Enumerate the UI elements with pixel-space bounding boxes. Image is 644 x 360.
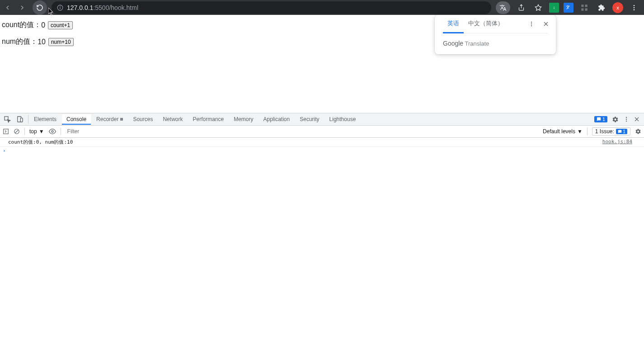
console-context-select[interactable]: top ▼ bbox=[29, 128, 44, 135]
devtools-close-icon[interactable] bbox=[634, 117, 639, 122]
extension-download-icon[interactable]: ↓ bbox=[549, 3, 559, 13]
console-filter-input[interactable] bbox=[66, 127, 538, 136]
svg-rect-7 bbox=[581, 8, 583, 10]
profile-avatar[interactable]: x bbox=[612, 2, 623, 13]
svg-point-20 bbox=[626, 117, 627, 118]
devtools-panel: Elements Console Recorder Sources Networ… bbox=[0, 113, 644, 360]
console-clear-icon[interactable] bbox=[14, 128, 20, 135]
translate-tab-english[interactable]: 英语 bbox=[443, 15, 464, 33]
back-button[interactable] bbox=[4, 4, 12, 12]
svg-point-9 bbox=[634, 5, 635, 6]
devtools-message-badge[interactable]: 1 bbox=[594, 116, 607, 122]
translate-close-icon[interactable] bbox=[540, 18, 552, 30]
devtools-inspect-group bbox=[3, 115, 28, 124]
tab-security[interactable]: Security bbox=[295, 114, 324, 124]
translate-menu-icon[interactable] bbox=[525, 18, 538, 30]
svg-rect-8 bbox=[585, 8, 588, 10]
console-prompt[interactable]: › bbox=[0, 147, 644, 154]
translate-popup: 英语 中文（简体） Google Translate bbox=[435, 15, 556, 54]
svg-rect-19 bbox=[20, 118, 23, 122]
devtools-settings-icon[interactable] bbox=[612, 116, 619, 123]
tab-recorder[interactable]: Recorder bbox=[92, 114, 127, 124]
translate-brand: Google Translate bbox=[443, 40, 489, 47]
svg-point-2 bbox=[60, 6, 61, 6]
svg-point-21 bbox=[626, 119, 627, 120]
console-settings-icon[interactable] bbox=[635, 128, 641, 135]
tab-application[interactable]: Application bbox=[259, 114, 295, 124]
svg-rect-5 bbox=[581, 5, 583, 7]
tab-performance[interactable]: Performance bbox=[188, 114, 228, 124]
count-increment-button[interactable]: count+1 bbox=[48, 21, 73, 29]
svg-marker-4 bbox=[535, 5, 541, 10]
console-sidebar-toggle-icon[interactable] bbox=[3, 128, 9, 135]
share-icon[interactable] bbox=[515, 1, 527, 14]
toolbar-icons: ↓ x bbox=[496, 1, 640, 14]
svg-point-28 bbox=[52, 131, 53, 132]
site-info-icon[interactable] bbox=[57, 5, 63, 11]
svg-rect-6 bbox=[585, 5, 588, 7]
extension-greyed-icon[interactable] bbox=[578, 1, 591, 14]
console-log-source-link[interactable]: hook.js:84 bbox=[602, 139, 641, 145]
chrome-menu-icon[interactable] bbox=[628, 1, 640, 14]
svg-line-27 bbox=[15, 130, 19, 133]
console-log-row: count的值:0, num的值:10 hook.js:84 bbox=[0, 138, 644, 147]
chevron-down-icon: ▼ bbox=[39, 128, 44, 135]
address-bar[interactable]: 127.0.0.1:5500/hook.html bbox=[52, 1, 491, 14]
separator bbox=[24, 128, 25, 135]
bookmark-icon[interactable] bbox=[532, 1, 545, 14]
tab-memory[interactable]: Memory bbox=[229, 114, 258, 124]
svg-point-22 bbox=[626, 121, 627, 122]
tab-elements[interactable]: Elements bbox=[29, 114, 61, 124]
console-body[interactable]: count的值:0, num的值:10 hook.js:84 › bbox=[0, 138, 644, 360]
translate-icon[interactable] bbox=[496, 1, 510, 14]
chevron-right-icon: › bbox=[3, 148, 6, 154]
translate-header: 英语 中文（简体） bbox=[435, 15, 556, 33]
tab-lighthouse[interactable]: Lighthouse bbox=[325, 114, 361, 124]
extension-gtranslate-icon[interactable] bbox=[564, 3, 573, 13]
num-label: num的值： bbox=[2, 37, 38, 47]
inspect-element-icon[interactable] bbox=[3, 115, 12, 124]
svg-point-14 bbox=[531, 25, 532, 26]
num-value: 10 bbox=[38, 38, 46, 46]
console-log-message: count的值:0, num的值:10 bbox=[8, 139, 602, 145]
translate-tabs: 英语 中文（简体） bbox=[443, 15, 523, 33]
num-increment-button[interactable]: num+10 bbox=[48, 38, 74, 46]
count-value: 0 bbox=[41, 21, 45, 29]
console-issues-button[interactable]: 1 Issue: 1 bbox=[592, 127, 630, 136]
tab-console[interactable]: Console bbox=[62, 114, 91, 125]
separator bbox=[61, 128, 61, 135]
translate-body: Google Translate bbox=[435, 33, 556, 54]
svg-point-10 bbox=[634, 7, 635, 8]
svg-point-13 bbox=[531, 23, 532, 24]
device-toggle-icon[interactable] bbox=[15, 115, 24, 124]
issue-badge: 1 bbox=[616, 129, 627, 134]
devtools-toolbar-right: 1 bbox=[594, 116, 641, 123]
console-eye-icon[interactable] bbox=[49, 128, 56, 135]
svg-point-11 bbox=[634, 9, 635, 10]
extensions-puzzle-icon[interactable] bbox=[595, 1, 608, 14]
browser-chrome-bar: 127.0.0.1:5500/hook.html ↓ x bbox=[0, 0, 644, 15]
separator bbox=[587, 128, 588, 135]
chevron-down-icon: ▼ bbox=[577, 128, 583, 135]
forward-button[interactable] bbox=[18, 4, 26, 12]
tab-network[interactable]: Network bbox=[158, 114, 187, 124]
url-text: 127.0.0.1:5500/hook.html bbox=[67, 4, 138, 11]
tab-sources[interactable]: Sources bbox=[128, 114, 157, 124]
reload-button[interactable] bbox=[33, 0, 47, 15]
console-levels-select[interactable]: Default levels ▼ bbox=[543, 128, 583, 135]
devtools-menu-icon[interactable] bbox=[623, 116, 630, 122]
count-label: count的值： bbox=[2, 20, 41, 30]
svg-point-12 bbox=[531, 22, 532, 23]
console-toolbar: top ▼ Default levels ▼ 1 Issue: 1 bbox=[0, 126, 644, 138]
recorder-badge-icon bbox=[120, 118, 123, 121]
devtools-toolbar: Elements Console Recorder Sources Networ… bbox=[0, 113, 644, 126]
translate-tab-chinese[interactable]: 中文（简体） bbox=[464, 15, 508, 33]
nav-buttons bbox=[4, 0, 47, 15]
